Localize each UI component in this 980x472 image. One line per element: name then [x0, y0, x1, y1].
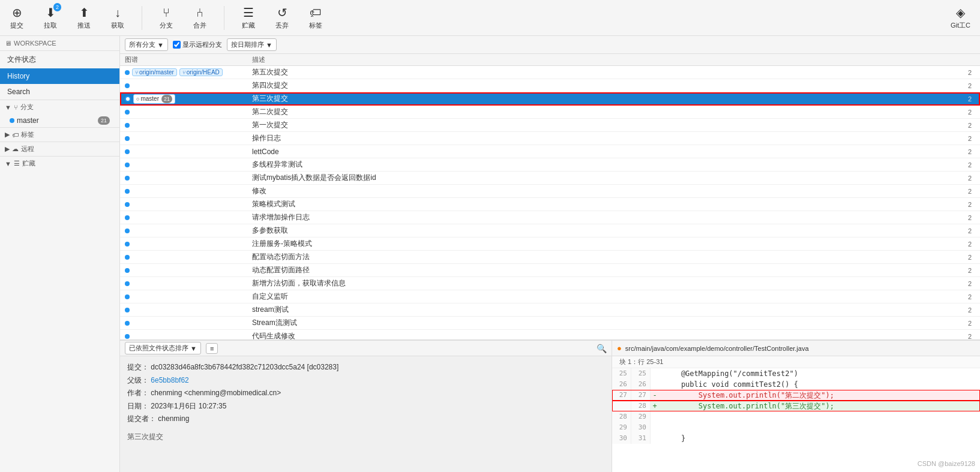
history-row[interactable]: 配置动态切面方法2: [120, 251, 980, 264]
history-row[interactable]: 修改2: [120, 185, 980, 198]
sidebar-section-tags[interactable]: ▶ 🏷 标签: [0, 127, 119, 142]
history-row[interactable]: lettCode2: [120, 145, 980, 158]
history-row[interactable]: Stream流测试2: [120, 317, 980, 330]
history-row[interactable]: stream测试2: [120, 303, 980, 317]
commit-desc: 第一次提交: [252, 120, 968, 130]
graph-dot: [125, 281, 130, 286]
diff-content: [659, 422, 980, 433]
commit-date: 2: [968, 214, 980, 221]
sort-by-filestatus[interactable]: 已依照文件状态排序 ▼: [125, 342, 201, 354]
history-row[interactable]: ⑂origin/master⑂origin/HEAD第五次提交2: [120, 66, 980, 79]
main-layout: 🖥 WORKSPACE 文件状态 History Search ▼ ⑂ 分支 m…: [0, 36, 980, 472]
view-options[interactable]: ≡: [206, 343, 218, 354]
commit-date: 2: [968, 122, 980, 129]
new-line-num: 30: [631, 422, 651, 433]
graph-dot: [125, 110, 130, 115]
branches-label: 分支: [20, 103, 34, 112]
toolbar-push[interactable]: ⬆ 推送: [72, 3, 96, 32]
diff-content: System.out.println("第二次提交");: [659, 390, 980, 401]
history-row[interactable]: 新增方法切面，获取请求信息2: [120, 277, 980, 290]
diff-line: 2525 @GetMapping("/commitTest2"): [612, 368, 980, 379]
history-row[interactable]: ○master21第三次提交2: [120, 92, 980, 106]
chevron-down-icon2: ▼: [5, 160, 11, 167]
date-label: 日期：: [127, 402, 149, 410]
show-remote-checkbox[interactable]: 显示远程分支: [173, 40, 222, 49]
history-row[interactable]: 第一次提交2: [120, 119, 980, 132]
commit-date: 2: [968, 188, 980, 195]
sidebar-branch-master[interactable]: master 21: [0, 114, 119, 127]
sidebar-item-search[interactable]: Search: [0, 84, 119, 100]
history-row[interactable]: 注册服务-策略模式2: [120, 237, 980, 251]
toolbar-branch[interactable]: ⑂ 分支: [154, 4, 178, 32]
diff-line: 2727- System.out.println("第二次提交");: [612, 390, 980, 401]
sidebar-section-branches[interactable]: ▼ ⑂ 分支: [0, 100, 119, 114]
history-table-header: 图谱 描述: [120, 54, 980, 66]
diff-line: 2930: [612, 422, 980, 433]
toolbar-commit[interactable]: ⊕ 提交: [5, 3, 29, 32]
sort-label: 按日期排序: [231, 40, 264, 49]
toolbar-discard[interactable]: ↺ 丢弃: [270, 3, 294, 32]
graph-dot: [125, 268, 130, 273]
history-row[interactable]: 请求增加操作日志2: [120, 211, 980, 224]
gitflow-icon: ◈: [956, 5, 965, 20]
sidebar-section-remote[interactable]: ▶ ☁ 远程: [0, 142, 119, 156]
diff-content: @GetMapping("/commitTest2"): [659, 368, 980, 379]
toolbar-stash[interactable]: ☰ 贮藏: [236, 3, 260, 32]
commit-desc: lettCode: [252, 148, 968, 156]
commit-desc: 操作日志: [252, 133, 968, 143]
graph-dot: [125, 215, 130, 220]
history-row[interactable]: 代码生成修改2: [120, 330, 980, 339]
diff-line: 3031 }: [612, 433, 980, 444]
graph-dot: [125, 163, 130, 167]
diff-marker: [651, 379, 659, 390]
tag-sidebar-icon: 🏷: [12, 131, 19, 139]
toolbar-pull[interactable]: ⬇ 2 拉取: [38, 3, 62, 32]
sidebar-item-history[interactable]: History: [0, 68, 119, 84]
history-rows: ⑂origin/master⑂origin/HEAD第五次提交2第四次提交2○m…: [120, 66, 980, 339]
filestatus-label: 文件状态: [7, 55, 36, 64]
author-row: 作者： chenming <chenming@mobimedical.cn>: [127, 387, 604, 400]
show-remote-check[interactable]: [173, 41, 181, 49]
line-nums: 2727: [612, 390, 651, 401]
commit-date: 2: [968, 227, 980, 235]
commit-desc: 新增方法切面，获取请求信息: [252, 278, 968, 288]
all-branches-dropdown[interactable]: 所有分支 ▼: [125, 38, 168, 51]
sort-dropdown[interactable]: 按日期排序 ▼: [227, 38, 277, 51]
sort-filestatus-label: 已依照文件状态排序: [129, 344, 188, 353]
toolbar-commit-label: 提交: [10, 21, 23, 30]
graph-dot: [125, 334, 130, 339]
toolbar-sep-2: [224, 6, 224, 30]
line-nums: 28: [612, 401, 651, 411]
history-row[interactable]: 第四次提交2: [120, 79, 980, 92]
tag-icon: 🏷: [310, 6, 322, 20]
toolbar-merge-label: 合并: [193, 21, 206, 30]
workspace-label: WORKSPACE: [14, 40, 56, 47]
history-row[interactable]: 操作日志2: [120, 132, 980, 145]
sidebar-item-filestatus[interactable]: 文件状态: [0, 51, 119, 68]
graph-dot: [125, 255, 130, 260]
line-nums: 3031: [612, 433, 651, 444]
parent-link[interactable]: 6e5bb8bf62: [151, 376, 188, 384]
toolbar-merge[interactable]: ⑃ 合并: [188, 4, 212, 32]
toolbar-tag[interactable]: 🏷 标签: [304, 4, 328, 32]
old-line-num: 28: [612, 411, 631, 422]
history-row[interactable]: 动态配置切面路径2: [120, 264, 980, 277]
history-row[interactable]: 第二次提交2: [120, 106, 980, 119]
diff-content: System.out.println("第三次提交");: [659, 401, 980, 411]
remote-label: 远程: [21, 145, 34, 154]
history-row[interactable]: 多线程异常测试2: [120, 158, 980, 172]
toolbar-fetch[interactable]: ↓ 获取: [106, 4, 130, 32]
commit-info: 已依照文件状态排序 ▼ ≡ 🔍 提交： dc03283d46a8fc3b6784…: [120, 341, 612, 472]
history-row[interactable]: 策略模式测试2: [120, 198, 980, 211]
search-commit-icon[interactable]: 🔍: [597, 344, 607, 353]
graph-dot: [125, 83, 130, 88]
history-row[interactable]: 自定义监听2: [120, 290, 980, 303]
history-toolbar: 所有分支 ▼ 显示远程分支 按日期排序 ▼: [120, 36, 980, 54]
commit-hash-row: 提交： dc03283d46a8fc3b678442fd382c71203dcc…: [127, 361, 604, 374]
toolbar-gitflow[interactable]: ◈ Git工C: [946, 3, 975, 32]
sidebar-section-stash[interactable]: ▼ ☰ 贮藏: [0, 156, 119, 170]
history-row[interactable]: 测试mybatis插入数据是否会返回数据id2: [120, 172, 980, 185]
branch-tag: ○master21: [133, 94, 175, 104]
commit-desc: 第三次提交: [252, 94, 968, 104]
history-row[interactable]: 多参数获取2: [120, 224, 980, 237]
